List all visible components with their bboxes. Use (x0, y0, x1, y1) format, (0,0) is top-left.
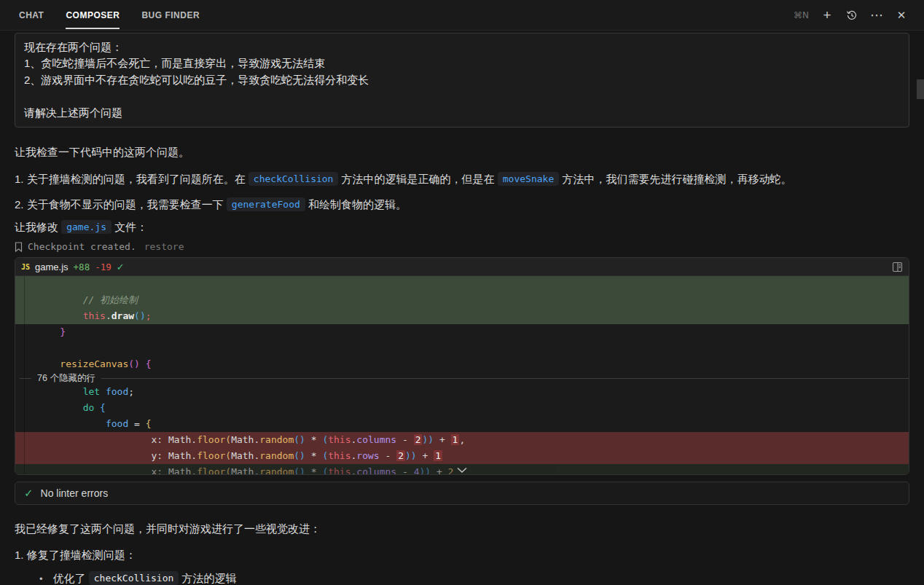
code-token: 2 (414, 434, 423, 445)
history-icon[interactable] (845, 9, 858, 22)
code-token: do (83, 402, 95, 413)
code-token: ( (225, 466, 231, 474)
divider-line (101, 378, 909, 379)
code-diff-block: JS game.js +88 -19 ✓ // 初始绘制 this.draw()… (15, 257, 909, 475)
code-token: floor (197, 466, 225, 474)
code-token: this (328, 434, 351, 445)
code-token: this (83, 310, 106, 321)
bullet-marker: • (39, 573, 43, 584)
file-reference-game-js[interactable]: game.js (61, 220, 111, 234)
user-message-box[interactable]: 现在存在两个问题： 1、贪吃蛇撞墙后不会死亡，而是直接穿出，导致游戏无法结束 2… (15, 33, 909, 127)
code-token: draw (111, 310, 134, 321)
code-token: - (396, 466, 413, 474)
code-diff-body[interactable]: // 初始绘制 this.draw(); } resizeCanvas() {7… (15, 276, 909, 474)
open-in-editor-icon[interactable] (892, 262, 903, 272)
close-icon[interactable]: ✕ (895, 9, 908, 22)
code-token: { (146, 418, 152, 429)
code-token: Math (168, 434, 191, 445)
user-message-line: 请解决上述两个问题 (24, 105, 900, 121)
code-token: 2 (396, 450, 405, 461)
composer-titlebar: CHAT COMPOSER BUG FINDER ⌘N + ⋯ ✕ (0, 0, 924, 31)
checkpoint-row: Checkpoint created. restore (15, 241, 909, 252)
code-line-removed: x: Math.floor(Math.random() * (this.colu… (15, 432, 909, 448)
code-line-added: this.draw(); (15, 308, 909, 324)
assistant-paragraph: 让我检查一下代码中的这两个问题。 (15, 144, 909, 160)
code-token: + (434, 434, 450, 445)
code-token: this (328, 466, 351, 474)
code-token: () (294, 434, 305, 445)
code-reference-checkCollision[interactable]: checkCollision (89, 571, 179, 585)
scroll-down-chevron-icon[interactable] (456, 467, 468, 474)
code-token: floor (197, 434, 225, 445)
checkpoint-restore-link[interactable]: restore (144, 241, 184, 252)
code-token: random (259, 434, 294, 445)
code-line-ctx: food = { (15, 416, 909, 432)
code-token: . (191, 434, 197, 445)
code-token: () (134, 310, 146, 321)
code-line-ctx: do { (15, 400, 909, 416)
code-token: Math (231, 466, 254, 474)
code-token: random (259, 450, 294, 461)
code-reference-checkCollision[interactable]: checkCollision (248, 172, 339, 186)
code-token: x: (152, 466, 168, 474)
checkpoint-label: Checkpoint created. (28, 241, 136, 252)
divider-line (20, 378, 31, 379)
check-icon: ✓ (24, 487, 34, 500)
more-options-icon[interactable]: ⋯ (870, 9, 883, 22)
tab-chat[interactable]: CHAT (19, 1, 44, 29)
code-token: * (305, 434, 322, 445)
code-lines: // 初始绘制 this.draw(); } resizeCanvas() {7… (15, 276, 909, 474)
code-token: Math (231, 450, 254, 461)
code-reference-generateFood[interactable]: generateFood (227, 197, 305, 211)
assistant-paragraph: 2. 关于食物不显示的问题，我需要检查一下 generateFood 和绘制食物… (15, 196, 909, 213)
tab-composer[interactable]: COMPOSER (66, 1, 120, 29)
code-token: Math (168, 466, 191, 474)
composer-conversation: 现在存在两个问题： 1、贪吃蛇撞墙后不会死亡，而是直接穿出，导致游戏无法结束 2… (0, 33, 924, 585)
code-line-ctx (15, 340, 909, 356)
tab-bug-finder[interactable]: BUG FINDER (141, 1, 200, 29)
code-token: 2 (448, 466, 454, 474)
titlebar-actions: ⌘N + ⋯ ✕ (794, 9, 914, 22)
code-token: . (106, 310, 111, 321)
code-token: { (100, 402, 106, 413)
diff-filename: game.js (35, 262, 68, 272)
code-token: - (380, 450, 396, 461)
linter-status-text: No linter errors (41, 487, 109, 499)
code-token (37, 386, 83, 397)
diff-applied-check-icon: ✓ (117, 262, 125, 272)
assistant-paragraph: 1. 修复了撞墙检测问题： (15, 546, 909, 563)
code-token (37, 326, 60, 337)
code-token (37, 358, 60, 369)
user-message-line: 现在存在两个问题： (24, 39, 900, 55)
paragraph-text: 方法中的逻辑是正确的，但是在 (338, 173, 497, 185)
code-token: } (60, 326, 66, 337)
code-token: . (191, 450, 197, 461)
hidden-lines-divider[interactable]: 76 个隐藏的行 (15, 372, 909, 384)
code-token: resizeCanvas (60, 358, 128, 369)
code-token: food (106, 386, 128, 397)
code-line-added (15, 276, 909, 292)
code-token: Math (231, 434, 254, 445)
indent-guide (24, 276, 25, 474)
paragraph-text: 方法中，我们需要先进行碰撞检测，再移动蛇。 (559, 173, 791, 185)
linter-status-box: ✓ No linter errors (15, 482, 909, 505)
code-token (140, 358, 146, 369)
paragraph-text: 和绘制食物的逻辑。 (305, 198, 407, 211)
new-composer-shortcut-hint: ⌘N (794, 10, 809, 20)
user-message-line (24, 88, 900, 104)
code-line-ctx: } (15, 324, 909, 340)
code-reference-moveSnake[interactable]: moveSnake (498, 172, 559, 186)
bullet-text: 优化了 checkCollision 方法的逻辑 (53, 572, 237, 585)
code-line-ctx: resizeCanvas() { (15, 356, 909, 372)
conversation-scrollbar-thumb[interactable] (917, 79, 924, 99)
paragraph-text: 让我修改 (15, 221, 61, 233)
code-line-ctx: let food; (15, 384, 909, 400)
code-diff-header[interactable]: JS game.js +88 -19 ✓ (15, 258, 909, 276)
code-token: 1 (434, 450, 442, 461)
code-token: ; (146, 310, 152, 321)
new-composer-plus-icon[interactable]: + (821, 9, 834, 22)
code-token: { (146, 358, 152, 369)
code-token: * (305, 450, 322, 461)
code-token: food (106, 418, 128, 429)
code-token (37, 466, 152, 474)
